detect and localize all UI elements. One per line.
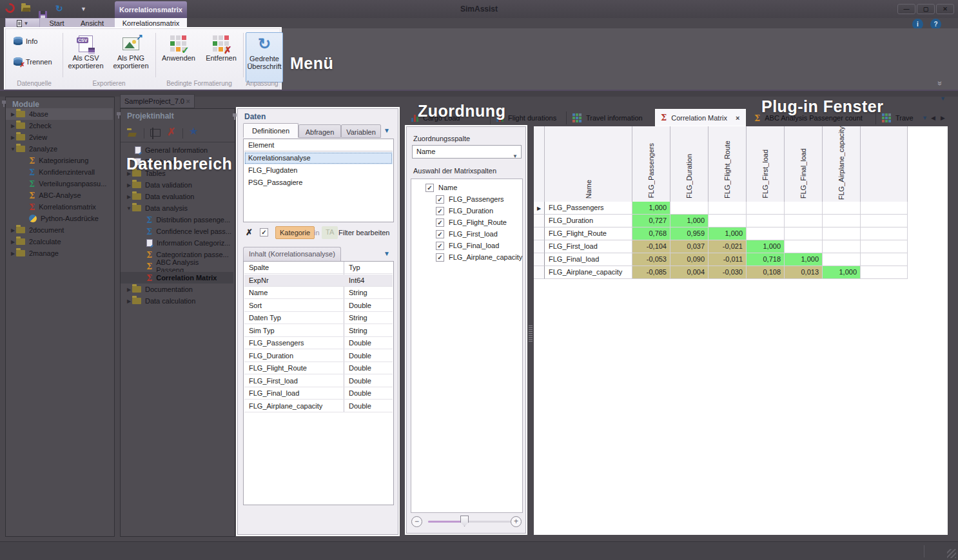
matrix-row[interactable]: FLG_Airplane_capacity -0,085 0,004 -0,03…: [534, 266, 908, 279]
matrix-column-item[interactable]: ✓FLG_Flight_Route: [436, 217, 507, 228]
matrix-cell[interactable]: -0,053: [632, 253, 670, 266]
matrix-cell[interactable]: 1,000: [823, 266, 861, 279]
delete-x-icon[interactable]: ✗: [167, 126, 175, 138]
module-tree-item[interactable]: ΣKonfidenzintervall: [6, 166, 113, 178]
expander-icon[interactable]: ▶: [10, 239, 16, 245]
matrix-cell[interactable]: 0,768: [632, 227, 670, 240]
schema-row[interactable]: FLG_First_loadDouble: [244, 375, 393, 387]
window-frame-icon[interactable]: [150, 129, 161, 137]
inhalt-caret-icon[interactable]: ▼: [384, 250, 390, 257]
schema-row[interactable]: ExpNrInt64: [244, 275, 393, 287]
plugin-tab-travel-information[interactable]: Travel information: [567, 110, 652, 126]
entfernen-button[interactable]: ✗ Entfernen: [200, 32, 242, 81]
tab-definitionen[interactable]: Definitionen: [243, 123, 298, 138]
expander-icon[interactable]: ▶: [126, 298, 132, 304]
expander-icon[interactable]: ▶: [10, 123, 16, 129]
checkbox[interactable]: ✓: [436, 195, 444, 204]
plugin-tab-correlation-matrix[interactable]: Σ Correlation Matrix ×: [655, 109, 746, 126]
matrix-cell[interactable]: 1,000: [632, 202, 670, 215]
matrix-column-parent[interactable]: ✓Name: [425, 182, 457, 193]
matrix-cell[interactable]: -0,030: [709, 266, 747, 279]
matrix-cell[interactable]: 0,959: [670, 227, 709, 240]
schema-row[interactable]: FLG_Flight_RouteDouble: [244, 362, 393, 374]
close-button[interactable]: ✕: [936, 4, 954, 14]
project-tree-item[interactable]: ▶Data validation: [121, 179, 233, 191]
tab-overflow-caret-icon[interactable]: ▼: [384, 127, 390, 134]
checkbox[interactable]: ✓: [436, 230, 444, 238]
matrix-cell[interactable]: 0,727: [632, 215, 670, 227]
expander-icon[interactable]: ▼: [10, 146, 16, 152]
maximize-button[interactable]: ▢: [917, 4, 935, 14]
tab-scroll-left-icon[interactable]: ◀: [931, 115, 935, 121]
module-tree-item[interactable]: ΣVerteilungsanpassu...: [6, 178, 113, 189]
matrix-cell[interactable]: -0,021: [709, 240, 747, 253]
anwenden-button[interactable]: ✓ Anwenden: [158, 32, 199, 81]
matrix-column-header[interactable]: FLG_Flight_Route: [709, 126, 747, 202]
schema-row[interactable]: FLG_PassengersDouble: [244, 337, 393, 349]
expander-icon[interactable]: ▶: [126, 182, 132, 188]
matrix-column-header[interactable]: FLG_First_load: [747, 126, 785, 202]
expander-icon[interactable]: ▶: [126, 287, 132, 293]
project-tree-item[interactable]: ▼Data analysis: [121, 202, 233, 214]
matrix-column-item[interactable]: ✓FLG_Final_load: [436, 240, 499, 251]
expander-icon[interactable]: ▶: [126, 194, 132, 200]
matrix-column-header[interactable]: FLG_Airplane_capacity: [823, 126, 861, 202]
tab-close-icon[interactable]: ×: [736, 114, 739, 122]
matrix-cell[interactable]: -0,104: [632, 240, 670, 253]
export-png-button[interactable]: ↗ Als PNG exportieren: [110, 32, 152, 81]
resize-grip[interactable]: [947, 549, 956, 558]
checkbox[interactable]: ✓: [425, 184, 434, 192]
panel-options-caret-icon[interactable]: ▼: [940, 95, 946, 102]
matrix-row[interactable]: FLG_Flight_Route 0,768 0,959 1,000: [534, 227, 908, 240]
matrix-column-header[interactable]: FLG_Duration: [670, 126, 709, 202]
checkbox[interactable]: ✓: [436, 242, 444, 250]
matrix-cell[interactable]: 0,090: [670, 253, 709, 266]
inhalt-section-tab[interactable]: Inhalt (Korrelationsanalyse): [243, 247, 341, 261]
schema-row[interactable]: SortDouble: [244, 300, 393, 312]
schema-row[interactable]: NameString: [244, 287, 393, 299]
element-item-selected[interactable]: Korrelationsanalyse: [244, 152, 393, 164]
matrix-column-item[interactable]: ✓FLG_Airplane_capacity: [436, 251, 522, 263]
matrix-column-item[interactable]: ✓FLG_First_load: [436, 228, 498, 240]
checkbox[interactable]: ✓: [436, 218, 444, 227]
trennen-button[interactable]: Trennen: [14, 57, 52, 66]
tab-ansicht[interactable]: Ansicht: [75, 18, 110, 28]
expander-icon[interactable]: ▶: [10, 135, 16, 140]
pin-icon[interactable]: [1, 100, 7, 108]
tab-abfragen[interactable]: Abfragen: [298, 124, 341, 138]
project-tree-item[interactable]: ΣDistribution passenge...: [121, 214, 233, 226]
module-tree-item[interactable]: ΣKorrelationsmatrix: [6, 201, 113, 213]
module-tree-item[interactable]: ▶2manage: [6, 247, 113, 259]
module-tree-item[interactable]: ▶2view: [6, 131, 113, 143]
module-tree-item[interactable]: Python-Ausdrücke: [6, 213, 113, 224]
project-tree-item[interactable]: ΣABC Analysis Passeng...: [121, 260, 233, 272]
filter-chip-kategorie[interactable]: Kategorie: [275, 226, 315, 239]
element-item[interactable]: PSG_Passagiere: [244, 177, 393, 189]
filter-checkbox[interactable]: ✓: [260, 228, 268, 237]
matrix-cell[interactable]: 0,013: [785, 266, 823, 279]
matrix-column-header[interactable]: FLG_Final_load: [785, 126, 823, 202]
project-tree-item[interactable]: ▶Documentation: [121, 284, 233, 295]
zoom-in-button[interactable]: +: [511, 516, 522, 527]
matrix-cell[interactable]: 0,037: [670, 240, 709, 253]
filter-clear-icon[interactable]: ✗: [246, 227, 253, 237]
matrix-row[interactable]: FLG_First_load -0,104 0,037 -0,021 1,000: [534, 240, 908, 253]
module-tree-item[interactable]: ΣKategorisierung: [6, 155, 113, 166]
export-csv-button[interactable]: Als CSV exportieren: [65, 32, 106, 81]
tab-scroll-right-icon[interactable]: ▶: [941, 115, 945, 121]
schema-row[interactable]: FLG_Airplane_capacityDouble: [244, 400, 393, 412]
tab-list-caret-icon[interactable]: ▼: [922, 115, 928, 121]
project-tree-item[interactable]: ▶Data evaluation: [121, 191, 233, 202]
info-button[interactable]: Info: [14, 37, 37, 45]
project-tree-item-selected[interactable]: ΣCorrelation Matrix: [121, 272, 233, 284]
collapse-ribbon-icon[interactable]: «: [937, 77, 941, 89]
matrix-cell[interactable]: -0,085: [632, 266, 670, 279]
expander-icon[interactable]: ▶: [10, 251, 16, 256]
tab-start[interactable]: Start: [43, 18, 71, 28]
zuordnungsspalte-dropdown[interactable]: Name ▼: [412, 145, 522, 159]
project-tree-item[interactable]: ▶Data calculation: [121, 295, 233, 307]
matrix-cell[interactable]: 1,000: [709, 227, 747, 240]
matrix-cell[interactable]: 0,108: [747, 266, 785, 279]
gedrehte-ueberschrift-button[interactable]: ↻ Gedrehte Überschrift: [246, 32, 283, 82]
schema-row[interactable]: Sim TypString: [244, 325, 393, 337]
